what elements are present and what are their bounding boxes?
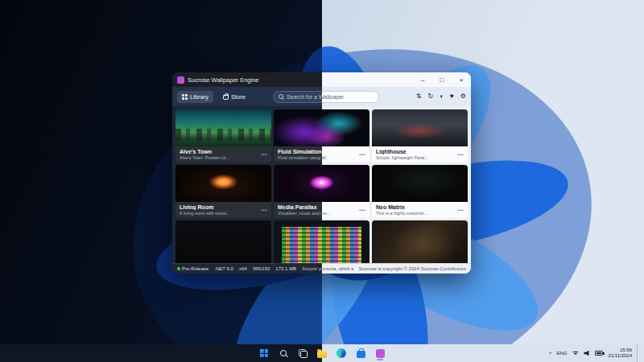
window-title: Sucrose Wallpaper Engine	[188, 76, 259, 84]
store-bag-icon	[223, 95, 229, 100]
theme-toggle-icon[interactable]: ◐	[440, 93, 444, 100]
close-button[interactable]: ×	[452, 72, 471, 87]
volume-icon[interactable]	[584, 350, 590, 356]
thumbnail-pixelart-town	[175, 109, 271, 146]
thumbnail-motherboard	[372, 220, 468, 263]
thumbnail-dark-scene	[175, 220, 271, 263]
screenshot-root: Sucrose Wallpaper Engine – □ × Library S…	[0, 0, 644, 362]
release-status-dot	[177, 267, 180, 270]
sort-icon[interactable]: ⇅	[416, 93, 422, 100]
tab-store[interactable]: Store	[218, 91, 250, 103]
edge-browser-icon	[336, 348, 346, 358]
language-indicator[interactable]: ENG	[556, 351, 567, 356]
card-menu-button[interactable]: •••	[359, 208, 365, 212]
maximize-button[interactable]: □	[432, 72, 452, 87]
refresh-icon[interactable]: ↻	[428, 93, 434, 100]
card-menu-button[interactable]: •••	[261, 152, 267, 157]
sucrose-taskbar-button[interactable]	[373, 346, 387, 360]
wifi-icon[interactable]	[572, 351, 579, 356]
search-icon	[280, 350, 287, 356]
edge-button[interactable]	[334, 346, 349, 360]
system-tray: ^ ENG 15:56 21/11/2024	[549, 344, 644, 362]
taskbar-clock[interactable]: 15:56 21/11/2024	[608, 348, 632, 360]
card-title: Living Room	[180, 204, 258, 210]
architecture: x64	[239, 266, 247, 271]
settings-icon[interactable]: ⚙	[460, 93, 466, 100]
wallpaper-card-neo-matrix[interactable]: Neo Matrix This is a highly customiz... …	[372, 165, 468, 218]
battery-icon[interactable]	[595, 351, 603, 356]
tray-overflow-chevron[interactable]: ^	[549, 351, 551, 356]
thumbnail-dark-matrix	[372, 165, 468, 202]
card-title: Alve's Town	[180, 149, 258, 154]
minimize-button[interactable]: –	[413, 72, 432, 87]
card-menu-button[interactable]: •••	[457, 208, 464, 212]
library-icon	[182, 94, 188, 100]
card-menu-button[interactable]: •••	[261, 208, 267, 212]
card-subtitle: Alve's Town: Pixelart cit...	[180, 155, 258, 160]
running-app-indicator	[377, 359, 383, 360]
navbar-actions: ⇅ ↻ ◐ ♥ ⚙	[416, 93, 466, 100]
wallpaper-card-partial-1[interactable]	[175, 220, 271, 263]
wallpaper-card-lighthouse[interactable]: Lighthouse Simple, lightweight Paral... …	[372, 109, 468, 162]
task-view-button[interactable]	[295, 346, 310, 360]
window-controls: – □ ×	[413, 72, 471, 87]
memory-usage: 173.1 MB	[275, 266, 296, 271]
tab-store-label: Store	[231, 93, 246, 101]
copyright-text: Sucrose is copyright © 2024 Sucrose Cont…	[359, 266, 466, 271]
frame-counter: 365/150	[253, 266, 270, 271]
show-desktop-button[interactable]	[637, 344, 639, 362]
card-subtitle: This is a highly customiz...	[376, 211, 454, 216]
card-title: Neo Matrix	[376, 204, 454, 210]
wallpaper-card-alves-town[interactable]: Alve's Town Alve's Town: Pixelart cit...…	[175, 109, 271, 162]
wallpaper-card-partial-3[interactable]	[372, 220, 468, 263]
card-subtitle: Simple, lightweight Paral...	[376, 155, 454, 160]
card-title: Lighthouse	[376, 149, 454, 154]
card-menu-button[interactable]: •••	[457, 152, 464, 157]
release-status: Pre-Release	[177, 266, 208, 271]
sucrose-app-icon	[376, 349, 385, 358]
thumbnail-lighthouse	[372, 109, 468, 146]
wallpaper-card-living-room[interactable]: Living Room A living room with music... …	[175, 165, 271, 218]
dotnet-version: .NET 9.0	[214, 266, 233, 271]
search-icon	[279, 94, 283, 99]
thumbnail-glowing-room	[175, 165, 271, 202]
card-menu-button[interactable]: •••	[359, 152, 365, 157]
start-button[interactable]	[257, 346, 271, 360]
tab-library-label: Library	[190, 93, 208, 101]
taskbar-search-button[interactable]	[276, 346, 291, 360]
tab-library[interactable]: Library	[177, 91, 213, 103]
tray-time: 15:56	[620, 348, 632, 354]
tray-date: 21/11/2024	[608, 353, 632, 360]
microsoft-store-icon	[357, 351, 365, 358]
sucrose-app-icon	[177, 76, 184, 84]
microsoft-store-button[interactable]	[353, 346, 368, 360]
donate-icon[interactable]: ♥	[450, 93, 454, 100]
task-view-icon	[299, 349, 308, 358]
card-subtitle: A living room with music...	[180, 211, 258, 216]
windows-logo-icon	[260, 349, 268, 357]
